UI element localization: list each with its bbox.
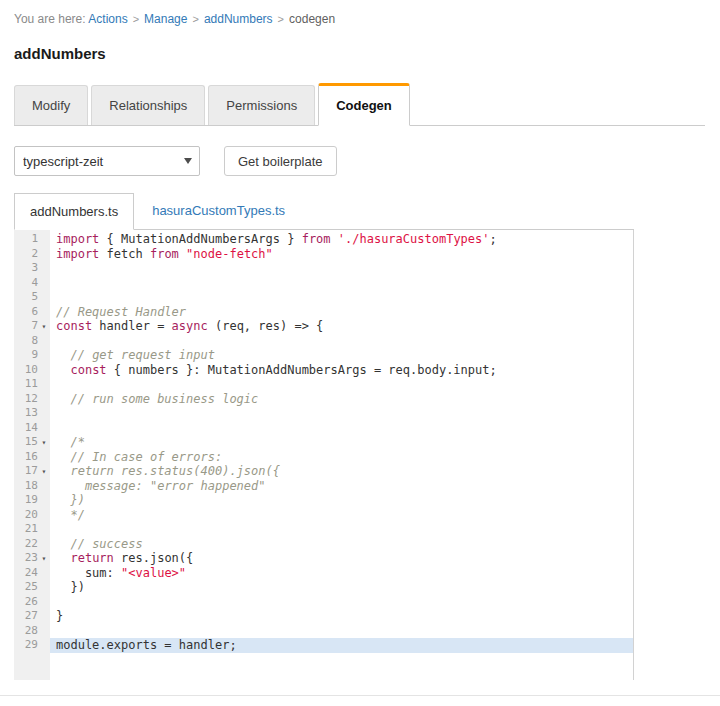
line-number: 12 (25, 392, 38, 407)
line-number: 21 (25, 522, 38, 537)
fold-arrow-icon[interactable]: ▾ (38, 319, 50, 334)
gutter-line: 20 (14, 508, 50, 523)
code-line-20[interactable]: */ (50, 508, 633, 523)
fold-spacer (38, 377, 50, 392)
fold-spacer (38, 406, 50, 421)
fold-spacer (38, 609, 50, 624)
code-line-14[interactable] (50, 421, 633, 436)
gutter-line: 29 (14, 638, 50, 653)
code-line-19[interactable]: }) (50, 493, 633, 508)
code-line-29[interactable]: module.exports = handler; (50, 638, 633, 653)
line-number: 19 (25, 493, 38, 508)
gutter-line: 5 (14, 290, 50, 305)
code-editor[interactable]: 1234567▾89101112131415▾1617▾181920212223… (14, 230, 634, 680)
code-line-6[interactable]: // Request Handler (50, 305, 633, 320)
editor-gutter: 1234567▾89101112131415▾1617▾181920212223… (14, 230, 50, 680)
code-line-25[interactable]: }) (50, 580, 633, 595)
gutter-line[interactable]: 7▾ (14, 319, 50, 334)
tab-codegen[interactable]: Codegen (318, 83, 410, 126)
gutter-line[interactable]: 23▾ (14, 551, 50, 566)
code-line-2[interactable]: import fetch from "node-fetch" (50, 247, 633, 262)
line-number: 8 (31, 334, 38, 349)
page-title: addNumbers (14, 45, 705, 62)
line-number: 3 (31, 261, 38, 276)
gutter-line[interactable]: 17▾ (14, 464, 50, 479)
file-tab-addnumbers-ts[interactable]: addNumbers.ts (14, 193, 134, 230)
line-number: 5 (31, 290, 38, 305)
line-number: 18 (25, 479, 38, 494)
code-line-15[interactable]: /* (50, 435, 633, 450)
code-line-3[interactable] (50, 261, 633, 276)
framework-select-wrapper: typescript-zeit (14, 146, 200, 176)
gutter-line[interactable]: 15▾ (14, 435, 50, 450)
fold-spacer (38, 348, 50, 363)
fold-arrow-icon[interactable]: ▾ (38, 551, 50, 566)
file-tab-hasuracustomtypes-ts[interactable]: hasuraCustomTypes.ts (134, 193, 303, 229)
gutter-line: 24 (14, 566, 50, 581)
fold-arrow-icon[interactable]: ▾ (38, 435, 50, 450)
get-boilerplate-button[interactable]: Get boilerplate (224, 146, 337, 176)
fold-spacer (38, 522, 50, 537)
code-line-12[interactable]: // run some business logic (50, 392, 633, 407)
gutter-line: 25 (14, 580, 50, 595)
code-line-22[interactable]: // success (50, 537, 633, 552)
fold-spacer (38, 624, 50, 639)
code-line-7[interactable]: const handler = async (req, res) => { (50, 319, 633, 334)
breadcrumb-link-addnumbers[interactable]: addNumbers (204, 12, 273, 26)
line-number: 23 (25, 551, 38, 566)
gutter-line: 22 (14, 537, 50, 552)
breadcrumb-link-actions[interactable]: Actions (88, 12, 127, 26)
fold-spacer (38, 638, 50, 653)
gutter-line: 28 (14, 624, 50, 639)
line-number: 27 (25, 609, 38, 624)
code-line-9[interactable]: // get request input (50, 348, 633, 363)
code-line-26[interactable] (50, 595, 633, 610)
fold-spacer (38, 450, 50, 465)
gutter-line: 27 (14, 609, 50, 624)
code-line-10[interactable]: const { numbers }: MutationAddNumbersArg… (50, 363, 633, 378)
codegen-toolbar: typescript-zeit Get boilerplate (14, 146, 705, 176)
codegen-page: You are here: Actions>Manage>addNumbers>… (0, 0, 720, 696)
code-line-23[interactable]: return res.json({ (50, 551, 633, 566)
code-line-16[interactable]: // In case of errors: (50, 450, 633, 465)
code-line-24[interactable]: sum: "<value>" (50, 566, 633, 581)
framework-select[interactable]: typescript-zeit (14, 146, 200, 176)
line-number: 26 (25, 595, 38, 610)
code-line-13[interactable] (50, 406, 633, 421)
fold-spacer (38, 334, 50, 349)
code-line-17[interactable]: return res.status(400).json({ (50, 464, 633, 479)
fold-spacer (38, 247, 50, 262)
tab-relationships[interactable]: Relationships (91, 85, 205, 125)
code-line-4[interactable] (50, 276, 633, 291)
breadcrumb-link-manage[interactable]: Manage (144, 12, 187, 26)
fold-spacer (38, 493, 50, 508)
code-line-27[interactable]: } (50, 609, 633, 624)
line-number: 24 (25, 566, 38, 581)
code-line-11[interactable] (50, 377, 633, 392)
code-line-1[interactable]: import { MutationAddNumbersArgs } from '… (50, 232, 633, 247)
code-line-21[interactable] (50, 522, 633, 537)
code-line-18[interactable]: message: "error happened" (50, 479, 633, 494)
code-line-5[interactable] (50, 290, 633, 305)
gutter-line: 18 (14, 479, 50, 494)
gutter-line: 16 (14, 450, 50, 465)
breadcrumb: You are here: Actions>Manage>addNumbers>… (14, 12, 705, 26)
line-number: 20 (25, 508, 38, 523)
action-tabs: Modify Relationships Permissions Codegen (14, 83, 705, 126)
fold-spacer (38, 479, 50, 494)
line-number: 13 (25, 406, 38, 421)
line-number: 10 (25, 363, 38, 378)
code-line-8[interactable] (50, 334, 633, 349)
fold-arrow-icon[interactable]: ▾ (38, 464, 50, 479)
gutter-line: 26 (14, 595, 50, 610)
gutter-line: 14 (14, 421, 50, 436)
tab-modify[interactable]: Modify (14, 85, 88, 125)
fold-spacer (38, 261, 50, 276)
tab-permissions[interactable]: Permissions (208, 85, 315, 125)
code-line-28[interactable] (50, 624, 633, 639)
gutter-line: 12 (14, 392, 50, 407)
fold-spacer (38, 392, 50, 407)
breadcrumb-current: codegen (289, 12, 335, 26)
gutter-line: 4 (14, 276, 50, 291)
fold-spacer (38, 421, 50, 436)
